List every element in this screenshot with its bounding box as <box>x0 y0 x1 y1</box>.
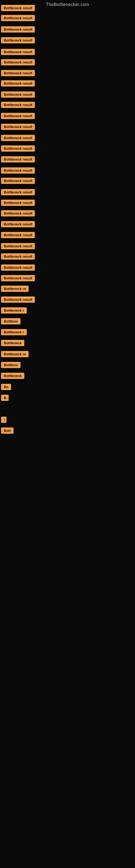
bottleneck-row: Bottleneck r <box>1 329 27 335</box>
bottleneck-row: Bottleneck result <box>1 297 35 303</box>
bottleneck-row: Bottleneck result <box>1 221 35 227</box>
bottleneck-row: Bottleneck result <box>1 102 35 108</box>
bottleneck-row: Bottleneck result <box>1 124 35 130</box>
bottleneck-row: Bottleneck result <box>1 199 35 206</box>
bottleneck-label[interactable]: Bottleneck result <box>1 232 35 238</box>
bottleneck-row: Bottleneck result <box>1 49 35 55</box>
bottleneck-label[interactable]: Bottleneck re <box>1 286 29 292</box>
bottleneck-row: Bottleneck result <box>1 91 35 98</box>
bottleneck-label[interactable]: Bottleneck result <box>1 167 35 174</box>
bottleneck-row: Bottleneck <box>1 340 24 346</box>
bottleneck-label[interactable]: Bottleneck result <box>1 189 35 195</box>
bottleneck-label[interactable]: Bottleneck result <box>1 91 35 98</box>
bottleneck-label[interactable]: Bottleneck result <box>1 49 35 55</box>
bottleneck-label[interactable]: Bottleneck result <box>1 113 35 119</box>
bottleneck-row: Bottleneck result <box>1 243 35 249</box>
bottleneck-label[interactable]: Bottleneck result <box>1 15 35 21</box>
bottleneck-label[interactable]: Bottleneck r <box>1 329 27 335</box>
bottleneck-label[interactable]: Bottleneck result <box>1 59 35 65</box>
bottleneck-label[interactable]: Bottleneck result <box>1 199 35 206</box>
bottleneck-row: Bottleneck result <box>1 37 35 43</box>
bottleneck-label[interactable]: Bottleneck result <box>1 297 35 303</box>
bottleneck-row: Bott <box>1 428 13 434</box>
bottleneck-label[interactable]: Bottleneck result <box>1 243 35 249</box>
bottleneck-label[interactable]: Bottleneck <box>1 340 24 346</box>
bottleneck-row: Bottleneck result <box>1 232 35 238</box>
bottleneck-row: Bottleneck <box>1 373 24 379</box>
bottleneck-row: Bottlene <box>1 362 20 368</box>
bottleneck-label[interactable]: B <box>1 395 9 401</box>
bottleneck-row: Bottleneck result <box>1 167 35 174</box>
bottleneck-label[interactable]: Bottleneck result <box>1 221 35 227</box>
bottleneck-label[interactable]: Bottleneck result <box>1 102 35 108</box>
bottleneck-label[interactable]: Bottleneck result <box>1 70 35 76</box>
bottleneck-label[interactable]: Bottleneck result <box>1 124 35 130</box>
bottleneck-row: Bo <box>1 384 11 390</box>
bottleneck-row: Bottleneck result <box>1 178 35 184</box>
bottleneck-label[interactable]: Bottleneck result <box>1 178 35 184</box>
bottleneck-row: Bottleneck result <box>1 135 35 141</box>
bottleneck-row: Bottlene <box>1 318 20 324</box>
bottleneck-label[interactable]: Bottleneck re <box>1 351 29 357</box>
bottleneck-row: Bottleneck re <box>1 286 29 292</box>
bottleneck-row: Bottleneck result <box>1 15 35 21</box>
bottleneck-label[interactable]: Bottleneck result <box>1 210 35 216</box>
bottleneck-label[interactable]: Bottleneck result <box>1 265 35 271</box>
bottleneck-row: Bottleneck result <box>1 189 35 195</box>
bottleneck-row: Bottleneck result <box>1 70 35 76</box>
bottleneck-row: Bottleneck result <box>1 145 35 152</box>
bottleneck-label[interactable]: Bottleneck result <box>1 37 35 43</box>
bottleneck-row: Bottleneck result <box>1 5 35 11</box>
bottleneck-label[interactable]: Bottlene <box>1 318 20 324</box>
bottleneck-label[interactable]: Bottleneck result <box>1 275 35 281</box>
bottleneck-label[interactable]: Bott <box>1 428 13 434</box>
bottleneck-row: Bottleneck result <box>1 113 35 119</box>
bottleneck-label[interactable]: Bottleneck result <box>1 253 35 259</box>
bottleneck-row: Bottleneck result <box>1 26 35 33</box>
bottleneck-row: Bottleneck result <box>1 265 35 271</box>
bottleneck-label[interactable]: Bo <box>1 384 11 390</box>
bottleneck-label[interactable]: Bottleneck r <box>1 307 27 314</box>
bottleneck-row: Bottleneck result <box>1 253 35 259</box>
bottleneck-row: Bottleneck result <box>1 156 35 162</box>
bottleneck-label[interactable]: Bottleneck result <box>1 5 35 11</box>
bottleneck-label[interactable]: Bottlene <box>1 362 20 368</box>
bottleneck-row: Bottleneck r <box>1 307 27 314</box>
bottleneck-label[interactable]: Bottleneck result <box>1 135 35 141</box>
bottleneck-row: Bottleneck result <box>1 210 35 216</box>
bottleneck-label[interactable]: Bottleneck result <box>1 26 35 33</box>
bottleneck-row: Bottleneck re <box>1 351 29 357</box>
bottleneck-row: B <box>1 395 9 401</box>
bottleneck-row: Bottleneck result <box>1 80 35 87</box>
bottleneck-row: Bottleneck result <box>1 59 35 65</box>
bottleneck-label[interactable]: Bottleneck result <box>1 80 35 87</box>
bottleneck-label[interactable]: Bottleneck result <box>1 145 35 152</box>
bottleneck-label[interactable]: Bottleneck <box>1 373 24 379</box>
bottleneck-row: i <box>1 416 6 423</box>
bottleneck-label[interactable]: i <box>1 416 6 423</box>
bottleneck-label[interactable]: Bottleneck result <box>1 156 35 162</box>
bottleneck-row: Bottleneck result <box>1 275 35 281</box>
